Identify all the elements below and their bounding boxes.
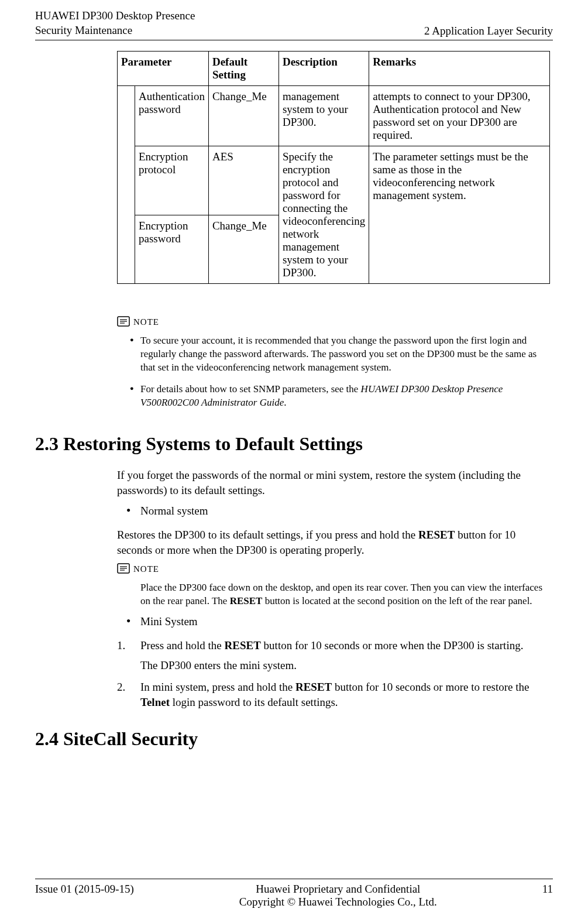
note-text-post: button is located at the second position… (262, 595, 532, 606)
text-pre: Restores the DP300 to its default settin… (117, 529, 418, 541)
list-item-mini: Mini System (117, 614, 553, 630)
footer-page-number: 11 (542, 883, 553, 908)
bullet-label: Mini System (140, 615, 198, 627)
header-rule (35, 40, 553, 40)
param-desc: management system to your DP300. (278, 86, 369, 146)
steps-list: 1. Press and hold the RESET button for 1… (117, 638, 553, 711)
note-block: NOTE To secure your account, it is recom… (117, 316, 553, 410)
intro-paragraph: If you forget the passwords of the norma… (117, 468, 553, 498)
note-icon (117, 563, 130, 575)
param-default: Change_Me (208, 86, 278, 146)
step-text-mid: button for 10 seconds or more to restore… (332, 681, 529, 693)
note-item: For details about how to set SNMP parame… (130, 383, 553, 410)
page-header: HUAWEI DP300 Desktop Presence Security M… (35, 0, 553, 37)
header-left: HUAWEI DP300 Desktop Presence Security M… (35, 9, 195, 37)
note-icon (117, 316, 130, 328)
reset-bold: RESET (230, 595, 263, 606)
parameter-table: Parameter Default Setting Description Re… (117, 51, 550, 284)
note-label: NOTE (133, 564, 159, 574)
th-remarks: Remarks (369, 52, 550, 86)
footer-rule (35, 879, 553, 879)
param-default: AES (208, 146, 278, 215)
th-description: Description (278, 52, 369, 86)
step-sub: The DP300 enters the mini system. (140, 658, 553, 674)
telnet-bold: Telnet (140, 696, 170, 708)
note-header: NOTE (117, 563, 553, 575)
param-remarks-merged: The parameter settings must be the same … (369, 146, 550, 284)
note-text-post: . (284, 397, 286, 408)
th-parameter: Parameter (118, 52, 209, 86)
param-default: Change_Me (208, 215, 278, 284)
footer-issue: Issue 01 (2015-09-15) (35, 883, 134, 908)
note-header: NOTE (117, 316, 553, 328)
step-text-post: button for 10 seconds or more when the D… (261, 639, 524, 651)
step-number: 1. (117, 638, 125, 654)
bullet-list: Mini System (117, 614, 553, 630)
note-label: NOTE (133, 317, 159, 327)
page-footer: Issue 01 (2015-09-15) Huawei Proprietary… (35, 879, 553, 908)
param-remarks: attempts to connect to your DP300, Authe… (369, 86, 550, 146)
param-group-cell (118, 86, 135, 284)
reset-bold: RESET (225, 639, 261, 651)
param-name: Authentication password (135, 86, 209, 146)
chapter-title: 2 Application Layer Security (424, 25, 553, 37)
step-text-pre: Press and hold the (140, 639, 225, 651)
footer-row: Issue 01 (2015-09-15) Huawei Proprietary… (35, 883, 553, 908)
table-row: Encryption protocol AES Specify the encr… (118, 146, 550, 215)
note-text: Place the DP300 face down on the desktop… (140, 581, 553, 608)
footer-confidential: Huawei Proprietary and Confidential (134, 883, 542, 896)
normal-system-text: Restores the DP300 to its default settin… (117, 527, 553, 557)
step-1: 1. Press and hold the RESET button for 1… (117, 638, 553, 674)
note-text-pre: For details about how to set SNMP parame… (140, 383, 361, 395)
note-text: To secure your account, it is recommende… (140, 335, 537, 373)
param-name: Encryption password (135, 215, 209, 284)
step-number: 2. (117, 680, 125, 695)
inline-note: NOTE Place the DP300 face down on the de… (117, 563, 553, 608)
step-2: 2. In mini system, press and hold the RE… (117, 680, 553, 711)
list-item-normal: Normal system (117, 503, 553, 519)
product-title-line2: Security Maintenance (35, 23, 195, 38)
param-name: Encryption protocol (135, 146, 209, 215)
note-item: To secure your account, it is recommende… (130, 334, 553, 375)
step-text-post: login password to its default settings. (170, 696, 338, 708)
footer-copyright: Copyright © Huawei Technologies Co., Ltd… (134, 896, 542, 908)
table-row: Authentication password Change_Me manage… (118, 86, 550, 146)
param-desc-merged: Specify the encryption protocol and pass… (278, 146, 369, 284)
footer-center: Huawei Proprietary and Confidential Copy… (134, 883, 542, 908)
th-default: Default Setting (208, 52, 278, 86)
section-heading-2-3: 2.3 Restoring Systems to Default Setting… (35, 433, 553, 455)
reset-bold: RESET (295, 681, 332, 693)
bullet-list: Normal system (117, 503, 553, 519)
product-title-line1: HUAWEI DP300 Desktop Presence (35, 9, 195, 23)
bullet-label: Normal system (140, 505, 208, 517)
table-header-row: Parameter Default Setting Description Re… (118, 52, 550, 86)
page: HUAWEI DP300 Desktop Presence Security M… (0, 0, 588, 919)
reset-bold: RESET (418, 529, 455, 541)
step-text-pre: In mini system, press and hold the (140, 681, 295, 693)
note-list: To secure your account, it is recommende… (117, 334, 553, 410)
section-heading-2-4: 2.4 SiteCall Security (35, 728, 553, 750)
